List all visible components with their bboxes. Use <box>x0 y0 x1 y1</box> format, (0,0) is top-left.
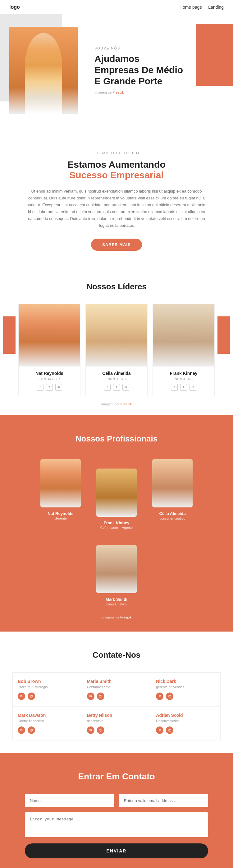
profissionais-grid: Nat Reynolds Gerente Frank Kinney Cofund… <box>9 456 224 609</box>
linkedin-icon[interactable]: in <box>87 692 94 700</box>
facebook-icon[interactable]: f <box>104 384 110 391</box>
instagram-icon[interactable]: in <box>123 384 129 391</box>
prof-name-3: Mark Smith <box>92 597 141 602</box>
nav-links: Home page Landing <box>179 5 224 10</box>
contact-message-input[interactable] <box>25 812 208 837</box>
contate-role-2: gerente de vendas <box>156 685 215 689</box>
contate-section: Contate-Nos Bob Brown Parceiro, Estratég… <box>0 631 233 753</box>
prof-role-2: consulter criativo <box>147 517 197 520</box>
contate-cell-0: Bob Brown Parceiro, Estratégia in @ <box>13 673 82 707</box>
prof-role-1: Cofundador + Agente <box>92 526 141 529</box>
lider-role-0: FUNDADOR <box>19 377 80 381</box>
contate-name-3: Mark Dawson <box>18 713 77 718</box>
aumentando-body: Ut enim ad minim veniam, quis nostrud ex… <box>26 188 207 229</box>
contate-cell-4: Betty Nilson desenhista in @ <box>82 707 151 740</box>
prof-card-1: Frank Kinney Cofundador + Agente <box>92 468 141 529</box>
contate-name-5: Adrian Scold <box>156 713 215 718</box>
contact-form-title: Entrar Em Contato <box>25 772 208 781</box>
lider-card-0: Nat Reynolds FUNDADOR f t in <box>18 304 80 396</box>
twitter-icon[interactable]: t <box>113 384 120 391</box>
contate-name-4: Betty Nilson <box>87 713 146 718</box>
lideres-title: Nossos Líderes <box>9 282 224 291</box>
prof-img-2 <box>152 459 193 507</box>
contate-role-3: Diretor financeiro <box>18 719 77 723</box>
contate-cell-5: Adrian Scold Desenvolvedor in @ <box>151 707 220 740</box>
lider-name-0: Nat Reynolds <box>19 371 80 376</box>
profissionais-title: Nossos Profissionais <box>9 434 224 444</box>
linkedin-icon[interactable]: in <box>156 726 163 734</box>
nav-landing[interactable]: Landing <box>208 5 224 10</box>
prof-img-0 <box>40 459 81 507</box>
lider-social-2: f t in <box>153 384 214 391</box>
aumentando-section: EXEMPLO DE TÍTULO Estamos Aumentando Suc… <box>0 132 233 263</box>
hero-text-box: SOBRE NÓS Ajudamos Empresas De Médio E G… <box>87 40 193 100</box>
contate-cell-3: Mark Dawson Diretor financeiro in @ <box>13 707 82 740</box>
linkedin-icon[interactable]: in <box>18 692 25 700</box>
email-icon[interactable]: @ <box>97 692 104 700</box>
hero-credit: Imagem de Freepik <box>94 91 185 94</box>
twitter-icon[interactable]: t <box>46 384 53 391</box>
contate-role-5: Desenvolvedor <box>156 719 215 723</box>
contact-name-input[interactable] <box>25 794 114 807</box>
contact-submit-button[interactable]: ENVIAR <box>25 843 208 858</box>
lider-role-2: PARCEIRO <box>153 377 214 381</box>
lider-img-1 <box>86 304 147 367</box>
prof-card-3: Mark Smith Líder Criativo <box>92 545 141 606</box>
nav-home[interactable]: Home page <box>179 5 202 10</box>
lideres-section: Nossos Líderes Nat Reynolds FUNDADOR f t… <box>0 263 233 415</box>
aumentando-label: EXEMPLO DE TÍTULO <box>19 151 214 155</box>
lider-card-2: Frank Kinney PARCEIRO f t in <box>153 304 215 396</box>
lider-card-1: Célia Almeida PARCEIRO f t in <box>86 304 147 396</box>
profissionais-credit: Imagens de Freepik <box>9 615 224 619</box>
contact-form-section: Entrar Em Contato ENVIAR <box>0 753 233 868</box>
contate-social-1: in @ <box>87 692 146 700</box>
profissionais-section: Nossos Profissionais Nat Reynolds Gerent… <box>0 415 233 631</box>
linkedin-icon[interactable]: in <box>18 726 25 734</box>
contate-cell-1: Maria Smith Contador chefe in @ <box>82 673 151 707</box>
prof-name-0: Nat Reynolds <box>36 511 86 516</box>
lider-name-2: Frank Kinney <box>153 371 214 376</box>
lider-social-0: f t in <box>19 384 80 391</box>
instagram-icon[interactable]: in <box>55 384 62 391</box>
lider-role-1: PARCEIRO <box>86 377 147 381</box>
lider-name-1: Célia Almeida <box>86 371 147 376</box>
facebook-icon[interactable]: f <box>37 384 43 391</box>
contate-social-5: in @ <box>156 726 215 734</box>
navigation: logo Home page Landing <box>0 0 233 14</box>
prof-card-2: Célia Almeida consulter criativo <box>147 459 197 529</box>
facebook-icon[interactable]: f <box>171 384 178 391</box>
hero-label: SOBRE NÓS <box>94 46 185 50</box>
prof-role-3: Líder Criativo <box>92 602 141 606</box>
contate-name-0: Bob Brown <box>18 679 77 684</box>
linkedin-icon[interactable]: in <box>156 692 163 700</box>
hero-title: Ajudamos Empresas De Médio E Grande Port… <box>94 53 185 87</box>
lider-img-0 <box>19 304 80 367</box>
contact-email-input[interactable] <box>119 794 208 807</box>
contate-social-2: in @ <box>156 692 215 700</box>
aumentando-title1: Estamos Aumentando <box>19 159 214 170</box>
email-icon[interactable]: @ <box>97 726 104 734</box>
prof-img-3 <box>96 545 137 593</box>
saber-mais-button[interactable]: SABER MAIS <box>91 239 142 251</box>
contate-role-0: Parceiro, Estratégia <box>18 685 77 689</box>
twitter-icon[interactable]: t <box>180 384 187 391</box>
email-icon[interactable]: @ <box>28 726 35 734</box>
email-icon[interactable]: @ <box>166 726 173 734</box>
aumentando-title2: Sucesso Empresarial <box>19 170 214 181</box>
contate-title: Contate-Nos <box>12 650 221 660</box>
contate-name-1: Maria Smith <box>87 679 146 684</box>
email-icon[interactable]: @ <box>166 692 173 700</box>
prof-img-1 <box>96 468 137 517</box>
lideres-credit: Imagem por Freepik <box>9 402 224 406</box>
lider-img-2 <box>153 304 214 367</box>
contate-social-0: in @ <box>18 692 77 700</box>
contate-role-4: desenhista <box>87 719 146 723</box>
contate-social-4: in @ <box>87 726 146 734</box>
contate-grid: Bob Brown Parceiro, Estratégia in @ Mari… <box>12 672 221 740</box>
linkedin-icon[interactable]: in <box>87 726 94 734</box>
instagram-icon[interactable]: in <box>190 384 196 391</box>
prof-name-2: Célia Almeida <box>147 511 197 516</box>
prof-card-0: Nat Reynolds Gerente <box>36 459 86 529</box>
email-icon[interactable]: @ <box>28 692 35 700</box>
lideres-grid: Nat Reynolds FUNDADOR f t in Célia Almei… <box>9 304 224 396</box>
